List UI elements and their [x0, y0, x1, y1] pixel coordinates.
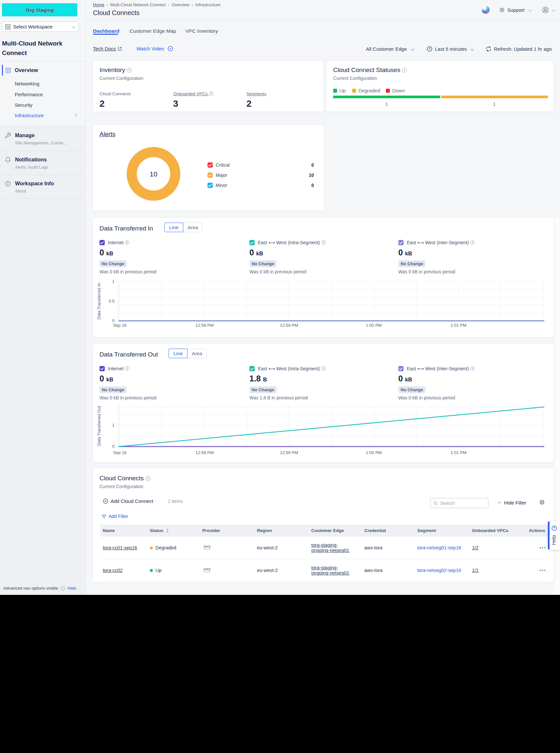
- svg-text:12:59 PM: 12:59 PM: [280, 323, 298, 328]
- svg-text:1: 1: [112, 279, 115, 284]
- svg-text:12:58 PM: 12:58 PM: [195, 450, 214, 455]
- svg-text:1:00 PM: 1:00 PM: [366, 323, 382, 328]
- svg-text:Data Transferred Out: Data Transferred Out: [97, 406, 101, 446]
- svg-text:Sep 18: Sep 18: [113, 323, 126, 328]
- svg-text:0: 0: [112, 318, 115, 323]
- svg-text:0.5: 0.5: [109, 299, 115, 303]
- svg-text:1: 1: [112, 423, 115, 428]
- svg-text:Sep 18: Sep 18: [113, 450, 126, 455]
- svg-text:Data Transferred In: Data Transferred In: [97, 283, 101, 319]
- svg-text:0: 0: [112, 444, 115, 449]
- svg-text:1:01 PM: 1:01 PM: [451, 323, 466, 328]
- svg-text:12:59 PM: 12:59 PM: [280, 450, 298, 455]
- svg-text:12:58 PM: 12:58 PM: [195, 323, 214, 328]
- svg-text:1:01 PM: 1:01 PM: [451, 450, 466, 455]
- svg-text:1:00 PM: 1:00 PM: [366, 450, 382, 455]
- svg-text:10: 10: [149, 170, 157, 178]
- svg-text:aws: aws: [204, 567, 211, 571]
- svg-text:aws: aws: [204, 544, 211, 549]
